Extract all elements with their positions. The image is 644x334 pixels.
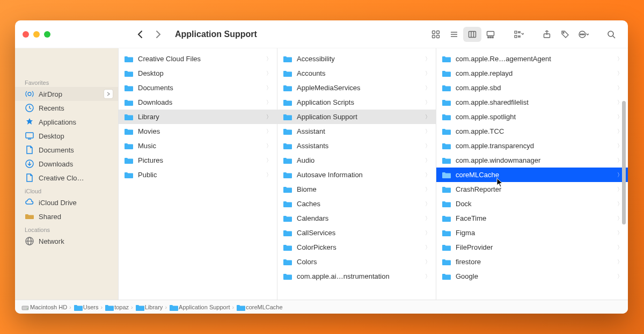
folder-label: Library [138,113,262,121]
search-button[interactable] [602,27,620,42]
back-button[interactable] [133,27,148,42]
column-2[interactable]: Accessibility〉Accounts〉AppleMediaService… [277,48,436,300]
folder-item[interactable]: coreMLCache〉 [436,168,628,182]
folder-item[interactable]: ColorPickers〉 [277,240,436,255]
folder-item[interactable]: com.apple.replayd〉 [436,66,628,81]
chevron-right-icon: 〉 [266,142,272,150]
folder-item[interactable]: com.apple.TCC〉 [436,124,628,139]
folder-item[interactable]: Assistant〉 [277,124,436,139]
folder-item[interactable]: Assistants〉 [277,139,436,153]
folder-item[interactable]: Google〉 [436,269,628,284]
folder-label: com.apple.transparencyd [456,142,613,150]
list-view-button[interactable] [445,27,463,42]
folder-icon [442,113,451,121]
folder-item[interactable]: Accessibility〉 [277,52,436,66]
sidebar-item-shared[interactable]: Shared [15,209,118,223]
sidebar-item-desktop[interactable]: Desktop [15,129,118,143]
breadcrumb-item[interactable]: Application Support [169,304,230,310]
folder-item[interactable]: AppleMediaServices〉 [277,81,436,95]
folder-item[interactable]: Documents〉 [119,81,277,95]
folder-item[interactable]: Music〉 [119,139,277,153]
breadcrumb-label: Application Support [179,304,230,310]
minimize-button[interactable] [33,31,40,38]
breadcrumb-item[interactable]: coreMLCache [236,304,282,310]
desktop-icon [25,131,34,141]
sidebar-item-documents[interactable]: Documents [15,143,118,157]
folder-item[interactable]: CallServices〉 [277,226,436,240]
folder-label: Desktop [138,69,262,77]
folder-item[interactable]: Colors〉 [277,255,436,269]
folder-item[interactable]: Accounts〉 [277,66,436,81]
folder-item[interactable]: com.apple.sbd〉 [436,81,628,95]
folder-item[interactable]: Creative Cloud Files〉 [119,52,277,66]
tags-button[interactable] [556,27,574,42]
folder-item[interactable]: FileProvider〉 [436,240,628,255]
folder-item[interactable]: Calendars〉 [277,211,436,226]
scrollbar-thumb[interactable] [622,101,626,224]
folder-label: CrashReporter [456,185,613,193]
folder-item[interactable]: com.apple.windowmanager〉 [436,153,628,168]
breadcrumb-item[interactable]: topaz [105,304,129,310]
breadcrumb-item[interactable]: Users [74,304,99,310]
column-1[interactable]: Creative Cloud Files〉Desktop〉Documents〉D… [119,48,277,300]
sidebar-item-network[interactable]: Network [15,234,118,248]
svg-rect-0 [433,31,435,33]
folder-item[interactable]: CrashReporter〉 [436,182,628,197]
chevron-right-icon: 〉 [266,157,272,164]
folder-item[interactable]: Biome〉 [277,182,436,197]
group-button[interactable] [510,27,528,42]
folder-item[interactable]: Library〉 [119,110,277,124]
breadcrumb-item[interactable]: Macintosh HD [20,304,67,310]
folder-item[interactable]: Application Support〉 [277,110,436,124]
folder-item[interactable]: Pictures〉 [119,153,277,168]
column-view-button[interactable] [463,27,481,42]
share-button[interactable] [538,27,556,42]
folder-icon [283,99,292,106]
sidebar-item-recents[interactable]: Recents [15,101,118,115]
svg-rect-30 [26,133,33,138]
folder-label: Accounts [297,69,421,77]
folder-item[interactable]: Public〉 [119,168,277,182]
folder-item[interactable]: com.apple.Re…agementAgent〉 [436,52,628,66]
folder-item[interactable]: Movies〉 [119,124,277,139]
folder-item[interactable]: com.apple.transparencyd〉 [436,139,628,153]
folder-item[interactable]: firestore〉 [436,255,628,269]
chevron-right-icon: 〉 [266,171,272,179]
folder-icon [283,244,292,251]
folder-item[interactable]: Autosave Information〉 [277,168,436,182]
sidebar-item-label: Desktop [39,132,64,140]
gallery-view-button[interactable] [481,27,500,42]
icon-view-button[interactable] [427,27,445,42]
svg-point-24 [580,34,581,35]
forward-button[interactable] [150,27,165,42]
folder-item[interactable]: Dock〉 [436,197,628,211]
folder-label: Movies [138,127,262,135]
sidebar-item-downloads[interactable]: Downloads [15,157,118,171]
folder-item[interactable]: com.apple.sharedfilelist〉 [436,95,628,110]
folder-item[interactable]: Application Scripts〉 [277,95,436,110]
folder-item[interactable]: com.apple.ai…nstrumentation〉 [277,269,436,284]
breadcrumb-item[interactable]: Library [135,304,163,310]
sidebar-item-label: Shared [39,213,61,221]
close-button[interactable] [23,31,29,38]
action-button[interactable] [574,27,592,42]
folder-item[interactable]: Caches〉 [277,197,436,211]
folder-item[interactable]: Downloads〉 [119,95,277,110]
sidebar-item-icloud-drive[interactable]: iCloud Drive [15,195,118,209]
folder-icon [283,200,292,208]
folder-item[interactable]: Desktop〉 [119,66,277,81]
folder-icon [124,142,134,150]
breadcrumb-label: Users [83,304,99,310]
folder-icon [283,171,292,179]
folder-item[interactable]: Audio〉 [277,153,436,168]
chevron-right-icon: 〉 [425,200,430,208]
maximize-button[interactable] [44,31,50,38]
folder-item[interactable]: Figma〉 [436,226,628,240]
sidebar-item-airdrop[interactable]: AirDrop [15,87,118,101]
folder-icon [442,200,451,208]
folder-item[interactable]: FaceTime〉 [436,211,628,226]
sidebar-item-applications[interactable]: Applications [15,115,118,129]
sidebar-item-creative-clo-[interactable]: Creative Clo… [15,171,118,185]
column-3[interactable]: com.apple.Re…agementAgent〉com.apple.repl… [436,48,628,300]
folder-item[interactable]: com.apple.spotlight〉 [436,110,628,124]
